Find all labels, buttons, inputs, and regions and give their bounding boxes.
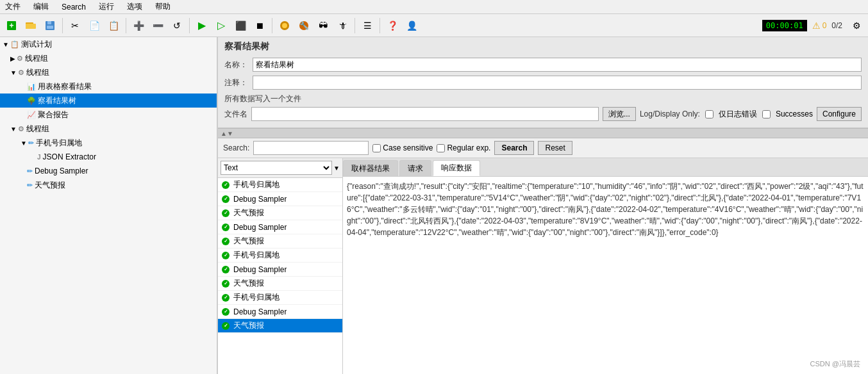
tree-label: JSON Extractor (43, 152, 96, 161)
result-item-text: Debug Sampler (233, 223, 287, 232)
menu-edit[interactable]: 编辑 (31, 0, 51, 13)
tree-item-phone-attr[interactable]: ▼ ✏ 手机号归属地 (0, 136, 217, 150)
status-dot: ✓ (222, 322, 230, 330)
result-item-text: 天气预报 (233, 236, 264, 247)
errors-checkbox[interactable] (705, 110, 714, 118)
list-item[interactable]: ✓ Debug Sampler (218, 305, 342, 319)
divider-arrow-down: ▼ (227, 130, 233, 137)
section-title: 所有数据写入一个文件 (224, 94, 862, 104)
toolbar-profile[interactable]: 👤 (403, 17, 421, 35)
svg-point-8 (282, 23, 287, 28)
menu-search[interactable]: Search (59, 1, 88, 13)
toolbar-copy[interactable]: 📄 (85, 17, 103, 35)
status-dot: ✓ (222, 252, 230, 259)
toolbar-refresh[interactable]: ↺ (168, 17, 186, 35)
list-item[interactable]: ✓ 手机号归属地 (218, 248, 342, 263)
tree-item-json-extractor[interactable]: ▶ J JSON Extractor (0, 150, 217, 164)
toolbar-expand[interactable]: ➕ (129, 17, 147, 35)
tab-response-data[interactable]: 响应数据 (433, 160, 480, 176)
tree-item-thread-group-3[interactable]: ▼ ⚙ 线程组 (0, 122, 217, 136)
list-item[interactable]: ✓ Debug Sampler (218, 220, 342, 234)
toolbar-start[interactable]: ▶ (193, 17, 211, 35)
left-panel: ▼ 📋 测试计划 ▶ ⚙ 线程组 ▼ ⚙ 线程组 ▶ 📊 用表格察看结果 ▶ 🌳… (0, 37, 218, 374)
expand-icon[interactable]: ▼ (3, 41, 9, 48)
sep1 (62, 18, 63, 33)
list-item[interactable]: ✓ 天气预报 (218, 206, 342, 220)
toolbar-tool2[interactable]: 🔧 (295, 17, 313, 35)
toolbar-shutdown[interactable]: ⏹ (251, 17, 269, 35)
toolbar-cut[interactable]: ✂ (66, 17, 84, 35)
toolbar-start-no-pause[interactable]: ▷ (212, 17, 230, 35)
regex-checkbox[interactable] (437, 144, 445, 152)
result-item-text: Debug Sampler (233, 265, 287, 274)
toolbar-remote2[interactable]: 🗡 (333, 17, 351, 35)
list-item[interactable]: ✓ 手机号归属地 (218, 178, 342, 192)
list-item[interactable]: ✓ 天气预报 (218, 277, 342, 291)
case-sensitive-checkbox[interactable] (372, 144, 381, 152)
result-item-text: 手机号归属地 (233, 179, 280, 190)
search-bar: Search: Case sensitive Regular exp. Sear… (218, 138, 868, 158)
log-options: Log/Display Only: 仅日志错误 Successes (640, 109, 813, 120)
tree-item-result-tree[interactable]: ▶ 🌳 察看结果树 (0, 94, 217, 108)
toolbar-remote[interactable]: 🕶 (314, 17, 332, 35)
tabs-bar: 取样器结果 请求 响应数据 (343, 158, 868, 177)
expand-icon[interactable]: ▼ (10, 69, 17, 76)
toolbar-open[interactable] (22, 17, 40, 35)
comment-row: 注释： (224, 76, 862, 90)
list-item-selected[interactable]: ✓ 天气预报 (218, 319, 342, 333)
menu-options[interactable]: 选项 (124, 0, 145, 13)
tree-item-test-plan[interactable]: ▼ 📋 测试计划 (0, 37, 217, 51)
menu-run[interactable]: 运行 (96, 0, 117, 13)
tab-request[interactable]: 请求 (399, 160, 431, 176)
tree-item-aggregate[interactable]: ▶ 📈 聚合报告 (0, 108, 217, 122)
toolbar-paste[interactable]: 📋 (104, 17, 122, 35)
browse-button[interactable]: 浏览... (603, 107, 636, 121)
warning-count: 0 (822, 21, 827, 30)
expand-icon[interactable]: ▼ (21, 140, 27, 147)
toolbar-collapse[interactable]: ➖ (149, 17, 167, 35)
search-input[interactable] (253, 141, 369, 155)
type-select[interactable]: Text JSON XML HTML Regexp Tester (221, 161, 332, 175)
list-item[interactable]: ✓ Debug Sampler (218, 263, 342, 277)
menu-help[interactable]: 帮助 (153, 0, 173, 13)
svg-rect-6 (47, 26, 53, 29)
toolbar-stop[interactable]: ⬛ (231, 17, 249, 35)
list-item[interactable]: ✓ 手机号归属地 (218, 291, 342, 305)
comment-input[interactable] (253, 76, 862, 90)
tree-label: 察看结果树 (38, 95, 76, 106)
list-item[interactable]: ✓ Debug Sampler (218, 192, 342, 206)
menu-bar: 文件 编辑 Search 运行 选项 帮助 (0, 0, 868, 14)
toolbar-settings[interactable]: ⚙ (847, 17, 865, 35)
result-item-text: 手机号归属地 (233, 292, 280, 303)
tree-item-thread-group-2[interactable]: ▼ ⚙ 线程组 (0, 65, 217, 79)
panel-divider-top[interactable]: ▲ ▼ (218, 128, 868, 138)
toolbar-tool1[interactable] (276, 17, 294, 35)
toolbar-list[interactable]: ☰ (358, 17, 376, 35)
status-dot: ✓ (222, 266, 230, 273)
tree-item-weather[interactable]: ▶ ✏ 天气预报 (0, 178, 217, 192)
successes-checkbox[interactable] (762, 110, 771, 118)
tree-item-table-view[interactable]: ▶ 📊 用表格察看结果 (0, 79, 217, 94)
tab-sampler-result[interactable]: 取样器结果 (343, 160, 398, 176)
search-button[interactable]: Search (494, 141, 534, 155)
reset-button[interactable]: Reset (538, 141, 572, 155)
status-dot: ✓ (222, 224, 230, 231)
toolbar-new[interactable]: + (3, 17, 21, 35)
expand-icon[interactable]: ▼ (10, 126, 17, 133)
main-layout: ▼ 📋 测试计划 ▶ ⚙ 线程组 ▼ ⚙ 线程组 ▶ 📊 用表格察看结果 ▶ 🌳… (0, 37, 868, 374)
toolbar-help-btn[interactable]: ❓ (383, 17, 401, 35)
name-input[interactable] (253, 58, 862, 72)
successes-label: Successes (776, 110, 813, 118)
expand-icon[interactable]: ▶ (10, 55, 15, 62)
tree-label: 手机号归属地 (36, 138, 82, 149)
tree-label: 聚合报告 (38, 110, 69, 120)
toolbar-save[interactable] (41, 17, 59, 35)
tree-item-debug-sampler-1[interactable]: ▶ ✏ Debug Sampler (0, 164, 217, 178)
configure-button[interactable]: Configure (817, 107, 862, 121)
tree-item-thread-group-1[interactable]: ▶ ⚙ 线程组 (0, 51, 217, 65)
list-item[interactable]: ✓ 天气预报 (218, 234, 342, 248)
file-input[interactable] (251, 107, 599, 121)
divider-arrow-up: ▲ (221, 130, 227, 137)
menu-file[interactable]: 文件 (3, 0, 23, 13)
svg-rect-5 (47, 21, 51, 24)
